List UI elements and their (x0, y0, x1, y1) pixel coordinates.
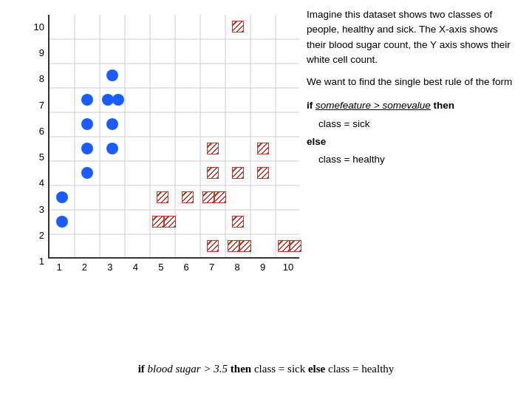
healthy-dot (106, 69, 118, 81)
healthy-dot (56, 216, 68, 228)
sick-dot (157, 191, 168, 203)
healthy-dot (112, 94, 124, 106)
x-label-7: 7 (201, 262, 223, 273)
sick-dot (228, 240, 239, 252)
bottom-rule-text: if blood sugar > 3.5 then class = sick e… (138, 363, 395, 375)
intro-text: Imagine this dataset shows two classes o… (307, 7, 517, 67)
x-label-8: 8 (226, 262, 248, 273)
sick-dot (214, 191, 226, 203)
rule-class-sick: class = sick (307, 115, 517, 133)
chart-area: 10 9 8 7 6 5 4 3 2 1 (7, 7, 296, 355)
sick-dot (278, 240, 290, 252)
x-label-2: 2 (73, 262, 95, 273)
x-label-1: 1 (48, 262, 70, 273)
healthy-dot (81, 118, 93, 130)
sick-dot (164, 216, 176, 228)
x-label-9: 9 (252, 262, 274, 273)
healthy-dot (56, 191, 68, 203)
rule-else-line: else (307, 133, 517, 151)
rule-class-healthy: class = healthy (307, 151, 517, 168)
y-label-5: 5 (30, 152, 44, 162)
y-label-3: 3 (30, 205, 44, 214)
x-label-4: 4 (124, 262, 146, 273)
rule-if-line: if somefeature > somevalue then (307, 97, 517, 115)
sick-dot (207, 167, 219, 179)
healthy-dot (106, 118, 118, 130)
healthy-dot (81, 167, 93, 179)
scatter-plot (48, 15, 299, 259)
sick-dot (232, 21, 244, 33)
y-label-8: 8 (30, 74, 44, 83)
healthy-dot (81, 143, 93, 154)
healthy-dot (81, 94, 93, 106)
sick-dot (257, 143, 269, 154)
x-label-6: 6 (175, 262, 197, 273)
sick-dot (152, 216, 164, 228)
sick-dot (232, 167, 244, 179)
sick-dot (232, 216, 244, 228)
sick-dot (202, 191, 214, 203)
y-label-7: 7 (30, 100, 44, 110)
sick-dot (239, 240, 251, 252)
y-label-10: 10 (30, 22, 44, 32)
sick-dot (290, 240, 301, 252)
y-axis-labels: 10 9 8 7 6 5 4 3 2 1 (30, 22, 44, 266)
sick-dot (207, 240, 219, 252)
text-panel: Imagine this dataset shows two classes o… (296, 7, 525, 355)
sick-dot (207, 143, 219, 154)
x-label-10: 10 (277, 262, 299, 273)
rule-intro-text: We want to find the single best rule of … (307, 75, 517, 89)
sick-dot (257, 167, 269, 179)
y-label-6: 6 (30, 126, 44, 136)
x-label-5: 5 (150, 262, 172, 273)
healthy-dot (106, 143, 118, 154)
sick-dot (182, 191, 194, 203)
y-label-2: 2 (30, 231, 44, 240)
x-axis-labels: 1 2 3 4 5 6 7 8 9 10 (48, 259, 299, 273)
bottom-rule: if blood sugar > 3.5 then class = sick e… (0, 355, 532, 375)
y-label-1: 1 (30, 256, 44, 266)
x-label-3: 3 (99, 262, 121, 273)
rule-block: if somefeature > somevalue then class = … (307, 97, 517, 168)
y-label-9: 9 (30, 48, 44, 58)
y-label-4: 4 (30, 178, 44, 188)
